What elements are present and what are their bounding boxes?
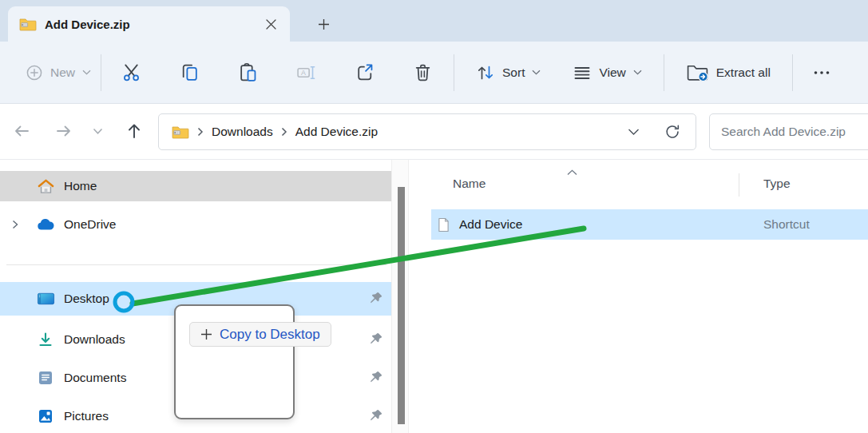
tab-bar: Add Device.zip [0, 0, 868, 42]
sidebar-item-label: Desktop [64, 292, 109, 306]
chevron-down-icon [633, 70, 642, 75]
chevron-down-icon [82, 70, 91, 75]
scissors-icon [121, 62, 141, 82]
file-explorer-window: Add Device.zip New [0, 0, 868, 433]
sidebar-item-label: Pictures [64, 409, 109, 423]
file-name: Add Device [459, 217, 522, 232]
zip-folder-icon [19, 18, 37, 31]
copy-button[interactable] [173, 57, 205, 89]
address-bar: Downloads Add Device.zip [0, 104, 868, 160]
sidebar-scrollbar[interactable] [391, 160, 409, 433]
view-lines-icon [573, 63, 592, 82]
chevron-down-icon [532, 70, 541, 75]
scrollbar-thumb[interactable] [398, 187, 405, 424]
trash-icon [413, 62, 433, 82]
toolbar-separator [664, 54, 664, 91]
sort-ascending-icon [567, 165, 577, 179]
toolbar-separator [454, 54, 454, 91]
sidebar-item-home[interactable]: Home [0, 171, 391, 201]
desktop-icon [35, 292, 56, 306]
column-divider[interactable] [739, 173, 739, 197]
file-type: Shortcut [763, 217, 810, 232]
sidebar-item-label: OneDrive [64, 217, 116, 232]
paste-button[interactable] [232, 57, 264, 89]
file-list-pane: Name Type Add Device Shortcut [409, 160, 868, 433]
rename-button[interactable]: A [290, 57, 322, 89]
view-button[interactable]: View [562, 55, 652, 90]
column-header-type[interactable]: Type [763, 177, 791, 191]
sidebar-item-onedrive[interactable]: OneDrive [0, 209, 391, 240]
extract-all-label: Extract all [716, 66, 771, 80]
downloads-icon [35, 332, 56, 348]
sidebar-item-label: Home [64, 179, 97, 193]
close-tab-icon[interactable] [260, 13, 282, 35]
copy-to-desktop-tooltip: Copy to Desktop [189, 322, 331, 347]
back-button[interactable] [6, 115, 38, 147]
sort-button[interactable]: Sort [466, 55, 551, 90]
refresh-icon[interactable] [664, 123, 681, 141]
column-header-name[interactable]: Name [453, 177, 486, 191]
tab-add-device-zip[interactable]: Add Device.zip [8, 6, 290, 42]
pictures-icon [35, 408, 56, 424]
file-icon [438, 217, 450, 232]
home-icon [35, 178, 56, 195]
sort-arrows-icon [476, 63, 495, 82]
documents-icon [35, 370, 56, 386]
onedrive-cloud-icon [35, 218, 56, 231]
new-button[interactable]: New [16, 55, 101, 90]
search-input[interactable] [721, 125, 862, 139]
recent-locations-chevron[interactable] [84, 115, 111, 147]
cut-button[interactable] [115, 57, 147, 89]
address-dropdown-chevron[interactable] [628, 128, 640, 136]
paste-icon [238, 62, 258, 82]
plus-circle-icon [26, 64, 43, 81]
view-button-label: View [599, 66, 625, 80]
pin-icon[interactable] [369, 332, 383, 347]
toolbar-separator [792, 54, 793, 91]
breadcrumb[interactable]: Downloads Add Device.zip [158, 113, 696, 150]
up-button[interactable] [118, 115, 150, 147]
new-button-label: New [50, 66, 75, 80]
drop-tooltip-label: Copy to Desktop [220, 327, 320, 343]
sidebar-item-label: Documents [64, 371, 126, 385]
tab-title: Add Device.zip [45, 18, 260, 31]
chevron-right-icon [197, 127, 204, 137]
pin-icon[interactable] [369, 292, 383, 306]
pin-icon[interactable] [369, 371, 383, 385]
zip-folder-icon [172, 125, 189, 139]
new-tab-button[interactable] [311, 12, 335, 36]
share-button[interactable] [348, 57, 380, 89]
extract-all-button[interactable]: Extract all [676, 55, 781, 90]
forward-button[interactable] [48, 115, 80, 147]
chevron-right-icon[interactable] [11, 220, 35, 229]
svg-text:A: A [301, 69, 306, 77]
delete-button[interactable] [406, 57, 438, 89]
chevron-right-icon [281, 127, 287, 137]
pin-icon[interactable] [369, 409, 383, 423]
ellipsis-icon [812, 63, 831, 82]
search-box[interactable] [709, 113, 868, 150]
rename-icon: A [296, 62, 316, 82]
extract-folder-icon [686, 62, 709, 82]
share-icon [355, 62, 375, 82]
see-more-button[interactable] [804, 57, 839, 89]
file-row-add-device[interactable]: Add Device Shortcut [431, 209, 868, 240]
plus-icon [200, 328, 212, 340]
copy-icon [180, 62, 200, 82]
sidebar-separator [6, 264, 386, 265]
command-toolbar: New [0, 42, 868, 104]
sort-button-label: Sort [502, 66, 525, 80]
breadcrumb-item-add-device-zip[interactable]: Add Device.zip [295, 125, 378, 139]
breadcrumb-item-downloads[interactable]: Downloads [212, 125, 273, 139]
toolbar-separator [101, 54, 101, 91]
sidebar-item-label: Downloads [64, 332, 125, 347]
